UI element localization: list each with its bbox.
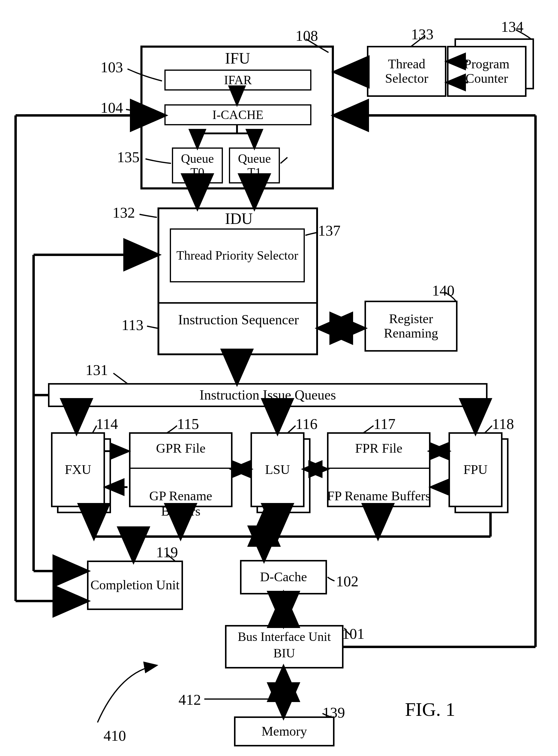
arrows-svg [0, 0, 558, 756]
